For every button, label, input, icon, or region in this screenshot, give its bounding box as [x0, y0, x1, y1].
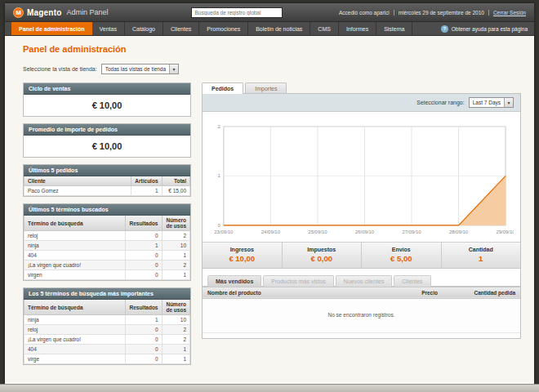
column-header: Resultados: [126, 216, 162, 231]
tab-nuevos-clientes[interactable]: Nuevos clientes: [336, 275, 392, 287]
stat-value: € 5,00: [362, 254, 441, 263]
logo-group: M Magento Admin Panel: [13, 7, 136, 18]
svg-text:25/09/10: 25/09/10: [308, 229, 327, 234]
card-title: Últimos 5 términos buscados: [24, 204, 190, 216]
content: Panel de administración Seleccione la vi…: [5, 36, 534, 384]
bottom-tabs: Más vendidosProductos más vistosNuevos c…: [203, 269, 520, 287]
table-cell: 0: [126, 345, 162, 354]
svg-text:29/09/10: 29/09/10: [497, 229, 514, 234]
left-column: Ciclo de ventas € 10,00 Promedio de impo…: [23, 82, 191, 365]
product-table: Nombre del productoPrecioCantidad pedida…: [203, 287, 520, 333]
table-cell: virge: [24, 354, 126, 364]
column-header: Cliente: [24, 176, 131, 186]
svg-text:1: 1: [218, 173, 221, 178]
current-date: miércoles 29 de septiembre de 2010: [399, 10, 484, 16]
store-view-label: Seleccione la vista de tienda:: [23, 66, 97, 72]
store-view-row: Seleccione la vista de tienda: Todas las…: [23, 64, 521, 74]
lifetime-sales-card: Ciclo de ventas € 10,00: [23, 82, 191, 117]
top-search-card: Los 5 términos de búsqueda más important…: [23, 287, 191, 365]
card-title: Ciclo de ventas: [24, 83, 190, 95]
table-cell: 404: [24, 251, 126, 261]
dashboard-columns: Ciclo de ventas € 10,00 Promedio de impo…: [18, 82, 521, 365]
table-row[interactable]: ninja110: [24, 241, 190, 251]
nav-item-sistema[interactable]: Sistema: [376, 22, 412, 35]
stat-value: 1: [442, 254, 521, 263]
browser-status-bar: [0, 384, 539, 392]
table-row[interactable]: Paco Gomez1€ 15,00: [24, 186, 190, 196]
nav-item-promociones[interactable]: Promociones: [199, 22, 248, 35]
data-table: Término de búsquedaResultadosNúmero de u…: [24, 216, 190, 280]
table-cell: 1: [162, 345, 190, 354]
table-row[interactable]: 40401: [24, 251, 190, 261]
average-orders-value: € 10,00: [24, 136, 190, 157]
tab-mas-vendidos[interactable]: Más vendidos: [207, 275, 261, 287]
table-cell: virgen: [24, 270, 126, 280]
user-area: Accedió como aparici miércoles 29 de sep…: [339, 10, 526, 16]
nav-item-panel-de-administracion[interactable]: Panel de administración: [11, 22, 92, 35]
nav-item-catalogo[interactable]: Catálogo: [125, 22, 163, 35]
screen: M Magento Admin Panel Accedió como apari…: [0, 0, 539, 392]
global-search-input[interactable]: [191, 7, 283, 18]
page-help-link[interactable]: ?Obtener ayuda para esta página: [441, 22, 528, 35]
tab-pedidos[interactable]: Pedidos: [202, 82, 243, 94]
card-title: Los 5 términos de búsqueda más important…: [24, 288, 190, 300]
table-cell: 1: [162, 270, 190, 280]
range-bar: Seleccionar rango: Last 7 Days ▾: [203, 94, 520, 112]
svg-text:24/09/10: 24/09/10: [261, 229, 281, 234]
nav-item-ventas[interactable]: Ventas: [92, 22, 125, 35]
stat-envios: Envíos€ 5,00: [361, 243, 441, 268]
column-header: Precio: [376, 287, 443, 298]
chart-wrap: 01223/09/1024/09/1025/09/1026/09/1027/09…: [203, 112, 520, 242]
card-title: Promedio de importe de pedidos: [24, 124, 190, 136]
table-row[interactable]: 40401: [24, 345, 190, 354]
header-divider: [394, 10, 394, 16]
chevron-down-icon: ▾: [504, 98, 513, 107]
logged-in-as: Accedió como aparici: [339, 10, 390, 16]
nav-item-clientes[interactable]: Clientes: [163, 22, 199, 35]
average-orders-card: Promedio de importe de pedidos € 10,00: [23, 123, 191, 158]
tab-clientes[interactable]: Clientes: [394, 275, 430, 287]
table-cell: 2: [162, 335, 190, 345]
nav-item-boletin-de-noticias[interactable]: Boletín de noticias: [248, 22, 310, 35]
nav-item-cms[interactable]: CMS: [310, 22, 339, 35]
column-header: Término de búsqueda: [24, 216, 126, 231]
tab-productos-mas-vistos[interactable]: Productos más vistos: [263, 275, 334, 287]
table-row[interactable]: reloj02: [24, 231, 190, 241]
data-table: Término de búsquedaResultadosNúmero de u…: [24, 300, 190, 364]
table-cell: Paco Gomez: [24, 186, 131, 196]
table-row[interactable]: ninja110: [24, 315, 190, 325]
column-header: Artículos: [131, 176, 162, 186]
table-cell: 2: [162, 261, 190, 270]
table-row[interactable]: ¡La virgen que cuadro!02: [24, 335, 190, 345]
table-cell: 0: [126, 231, 162, 241]
table-row[interactable]: virge01: [24, 354, 190, 364]
range-select[interactable]: Last 7 Days ▾: [469, 97, 514, 108]
table-cell: 1: [126, 241, 162, 251]
table-cell: ¡La virgen que cuadro!: [24, 261, 126, 270]
table-row[interactable]: reloj02: [24, 325, 190, 335]
header-divider: [488, 10, 489, 16]
chart-panel: Seleccionar rango: Last 7 Days ▾ 01223/0…: [202, 93, 521, 339]
logout-link[interactable]: Cerrar Sesión: [493, 10, 526, 16]
empty-records-message: No se encontraron registros.: [203, 298, 520, 332]
table-row[interactable]: ¡La virgen que cuadro!02: [24, 261, 190, 270]
app-title: Admin Panel: [67, 8, 109, 16]
column-header: Nombre del producto: [203, 287, 376, 298]
tab-importes[interactable]: Importes: [245, 82, 287, 94]
last-search-table: Término de búsquedaResultadosNúmero de u…: [24, 216, 190, 280]
store-view-select[interactable]: Todas las vistas de tienda ▾: [101, 64, 179, 74]
table-cell: 0: [126, 270, 162, 280]
stat-label: Impuestos: [283, 247, 362, 252]
table-cell: 1: [162, 251, 190, 261]
table-cell: reloj: [24, 325, 126, 335]
table-row[interactable]: virgen01: [24, 270, 190, 280]
right-column: PedidosImportes Seleccionar rango: Last …: [202, 82, 521, 339]
header: M Magento Admin Panel Accedió como apari…: [5, 3, 534, 22]
table-cell: 10: [162, 241, 190, 251]
table-cell: € 15,00: [162, 186, 190, 196]
nav-item-informes[interactable]: Informes: [339, 22, 376, 35]
table-cell: 0: [126, 354, 162, 364]
svg-text:2: 2: [218, 124, 220, 129]
stat-label: Envíos: [362, 247, 441, 252]
svg-text:28/09/10: 28/09/10: [449, 229, 469, 234]
